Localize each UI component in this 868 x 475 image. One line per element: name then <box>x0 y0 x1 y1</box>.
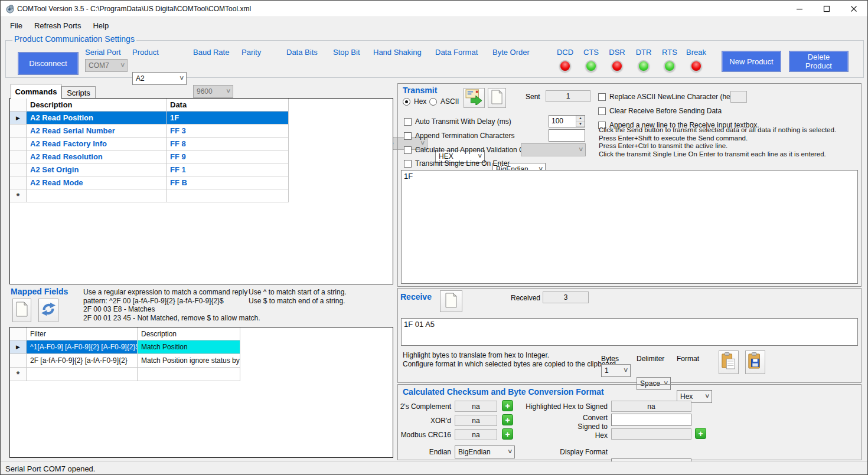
send-button[interactable] <box>464 88 485 108</box>
cell-description[interactable]: Match Position <box>138 340 240 354</box>
col-header-description[interactable]: Description <box>138 327 240 340</box>
table-row[interactable]: A2 Read Serial Number FF 3 <box>10 125 393 137</box>
checkbox-icon[interactable] <box>598 107 606 115</box>
radio-hex-label: Hex <box>414 97 426 106</box>
new-row[interactable]: * <box>10 368 393 381</box>
table-row[interactable]: A2 Read Resolution FF 9 <box>10 150 393 163</box>
cell-description[interactable]: A2 Read Resolution <box>27 150 167 163</box>
bytes-select[interactable]: 1 <box>601 364 631 377</box>
mapped-fields-refresh-button[interactable] <box>38 299 58 322</box>
menu-file[interactable]: File <box>1 17 28 34</box>
twos-complement-add-button[interactable]: + <box>502 400 513 411</box>
table-row[interactable]: ▶ ^1[A-F0-9] [A-F0-9]{2} [A-F0-9]{2}$ Ma… <box>10 340 393 354</box>
tab-scripts[interactable]: Scripts <box>61 86 96 99</box>
maximize-button[interactable] <box>813 1 840 17</box>
transmit-input[interactable]: 1F <box>401 170 858 284</box>
radio-ascii-icon[interactable] <box>429 98 437 106</box>
col-header-description[interactable]: Description <box>27 99 167 112</box>
termination-field[interactable] <box>549 129 585 142</box>
settings-groupbox: Disconnect Serial Port COM7 Product A2 B… <box>5 40 864 78</box>
checkbox-icon[interactable] <box>404 118 412 126</box>
table-row[interactable]: A2 Read Mode FF B <box>10 176 393 189</box>
col-header-filter[interactable]: Filter <box>27 327 138 340</box>
cell-description[interactable]: A2 Read Mode <box>27 176 167 189</box>
save-clipboard-button[interactable] <box>745 350 765 374</box>
app-window: COMTool Version 3.5 - C:\ProgramData\US … <box>0 0 868 475</box>
radio-ascii[interactable]: ASCII <box>429 97 459 106</box>
menu-refresh-ports[interactable]: Refresh Ports <box>28 17 87 34</box>
dsr-label: DSR <box>603 48 631 57</box>
convert-add-button[interactable]: + <box>695 428 706 439</box>
cell-data[interactable]: FF 3 <box>167 125 289 137</box>
radio-hex-icon[interactable] <box>403 98 410 106</box>
checkbox-clear-receive[interactable]: Clear Receive Before Sending Data <box>598 107 722 115</box>
table-row[interactable]: ▶ A2 Read Position 1F <box>10 112 393 125</box>
transmit-clear-button[interactable] <box>488 88 506 108</box>
serial-port-select[interactable]: COM7 <box>85 59 128 72</box>
receive-panel: Receive Received 3 1F 01 A5 Highlight by… <box>397 288 862 383</box>
endian-select[interactable]: BigEndian <box>455 445 515 458</box>
checkbox-icon[interactable] <box>404 146 412 154</box>
convert-signed-input[interactable] <box>611 414 691 426</box>
cell-description[interactable]: Match Position ignore status byte <box>138 354 240 368</box>
row-selector-arrow-icon: ▶ <box>10 340 27 354</box>
indicator-dtr: DTR <box>629 48 658 72</box>
spin-down-icon[interactable]: ▼ <box>576 122 585 127</box>
spinner-buttons[interactable]: ▲ ▼ <box>576 116 585 127</box>
menu-help[interactable]: Help <box>87 17 115 34</box>
cell-description[interactable]: A2 Read Position <box>27 112 167 125</box>
close-button[interactable] <box>840 1 867 17</box>
received-count-field: 3 <box>543 291 589 303</box>
help-line: Use a regular expression to match a comm… <box>83 288 260 297</box>
cell-data[interactable]: 1F <box>167 112 289 125</box>
cell-empty[interactable] <box>27 189 167 202</box>
baud-rate-select[interactable]: 9600 <box>193 85 233 98</box>
receive-output[interactable]: 1F 01 A5 <box>401 318 858 346</box>
mapped-fields-new-button[interactable] <box>12 299 31 322</box>
checkbox-icon[interactable] <box>404 160 412 168</box>
minimize-button[interactable] <box>786 1 813 17</box>
cell-data[interactable]: FF 8 <box>167 137 289 150</box>
cell-empty[interactable] <box>167 189 289 202</box>
checkbox-replace-newline[interactable]: Replace ASCII NewLine Character (hex) <box>598 93 736 101</box>
cell-filter[interactable]: ^1[A-F0-9] [A-F0-9]{2} [A-F0-9]{2}$ <box>27 340 138 354</box>
modbus-crc16-add-button[interactable]: + <box>502 428 513 440</box>
validation-code-select[interactable] <box>521 143 586 156</box>
copy-to-clipboard-button[interactable] <box>719 350 739 374</box>
new-page-icon <box>445 293 458 310</box>
cell-filter[interactable]: 2F [a-fA-F0-9]{2} [a-fA-F0-9]{2} <box>27 354 138 368</box>
checkbox-single-line[interactable]: Transmit Single Line On Enter <box>404 159 510 168</box>
xord-add-button[interactable]: + <box>502 414 513 425</box>
table-row[interactable]: A2 Read Factory Info FF 8 <box>10 137 393 150</box>
cell-empty[interactable] <box>27 368 138 381</box>
table-row[interactable]: A2 Set Origin FF 1 <box>10 163 393 176</box>
checkbox-calc-validation[interactable]: Calculate and Append Validation Code <box>404 146 536 154</box>
product-select[interactable]: A2 <box>132 72 187 85</box>
cell-data[interactable]: FF 1 <box>167 163 289 176</box>
new-row[interactable]: * <box>10 189 393 202</box>
checkbox-append-termination[interactable]: Append Termination Characters <box>404 132 515 140</box>
cell-description[interactable]: A2 Read Factory Info <box>27 137 167 150</box>
delay-spinner[interactable]: 100 ▲ ▼ <box>549 115 585 127</box>
checkbox-icon[interactable] <box>404 132 412 140</box>
disconnect-button[interactable]: Disconnect <box>18 52 79 75</box>
delay-value[interactable]: 100 <box>549 116 576 127</box>
mapped-fields-help-left: Use a regular expression to match a comm… <box>83 288 260 322</box>
delete-product-button[interactable]: Delete Product <box>789 51 849 72</box>
receive-clear-button[interactable] <box>440 290 462 312</box>
tab-commands[interactable]: Commands <box>11 84 61 99</box>
table-row[interactable]: 2F [a-fA-F0-9]{2} [a-fA-F0-9]{2} Match P… <box>10 354 393 368</box>
cell-data[interactable]: FF B <box>167 176 289 189</box>
col-header-data[interactable]: Data <box>167 99 289 112</box>
new-product-button[interactable]: New Product <box>722 51 781 72</box>
checkbox-icon[interactable] <box>598 93 606 101</box>
cell-description[interactable]: A2 Set Origin <box>27 163 167 176</box>
spin-up-icon[interactable]: ▲ <box>576 116 585 122</box>
xord-field: na <box>455 415 497 426</box>
cell-empty[interactable] <box>138 368 240 381</box>
replace-newline-field[interactable] <box>730 91 747 103</box>
cell-data[interactable]: FF 9 <box>167 150 289 163</box>
checkbox-auto-transmit[interactable]: Auto Transmit With Delay (ms) <box>404 117 511 126</box>
cell-description[interactable]: A2 Read Serial Number <box>27 125 167 137</box>
radio-hex[interactable]: Hex <box>403 97 426 106</box>
